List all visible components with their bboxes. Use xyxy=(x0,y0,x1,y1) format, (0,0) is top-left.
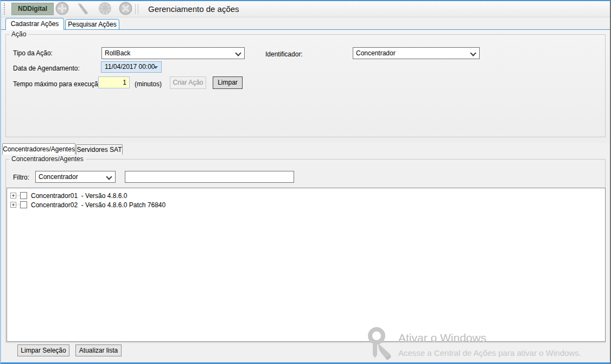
tab-strip-line xyxy=(1,29,610,30)
tempo-maximo-input[interactable] xyxy=(98,76,130,88)
expand-plus-icon[interactable] xyxy=(10,193,16,199)
tipo-acao-label: Tipo da Ação: xyxy=(13,49,53,57)
settings-button[interactable] xyxy=(97,2,113,16)
watermark-subtitle: Acesse a Central de Ações para ativar o … xyxy=(398,348,581,357)
criar-acao-button[interactable]: Criar Ação xyxy=(170,76,206,89)
filtro-value: Concentrador xyxy=(39,173,78,181)
chevron-down-icon xyxy=(235,50,241,56)
tab-servidores-sat[interactable]: Servidores SAT xyxy=(76,144,123,155)
tab-cadastrar-acoes[interactable]: Cadastrar Ações xyxy=(5,18,64,30)
tab-concentradores-agentes[interactable]: Concentradores/Agentes xyxy=(2,143,75,155)
close-button[interactable] xyxy=(117,2,133,16)
plus-circle-icon xyxy=(55,2,69,17)
identificador-value: Concentrador xyxy=(356,49,396,57)
limpar-selecao-button[interactable]: Limpar Seleção xyxy=(17,344,69,356)
concentradores-tree[interactable]: Concentrador01 - Versão 4.8.6.0 Concentr… xyxy=(7,188,606,342)
tree-row[interactable]: Concentrador02 - Versão 4.8.6.0 Patch 76… xyxy=(7,200,605,209)
page-title: Gerenciamento de ações xyxy=(148,1,239,17)
tipo-acao-combobox[interactable]: RollBack xyxy=(101,47,245,59)
tree-item-label: Concentrador01 - Versão 4.8.6.0 xyxy=(31,192,127,200)
minutos-label: (minutos) xyxy=(135,80,162,88)
toolbar-separator xyxy=(135,4,138,14)
concentradores-legend: Concentradores/Agentes xyxy=(9,155,86,163)
filtro-combobox[interactable]: Concentrador xyxy=(35,171,116,183)
tree-connector xyxy=(16,195,20,196)
add-button[interactable] xyxy=(54,2,70,16)
chevron-down-icon xyxy=(470,50,476,56)
nddigital-button[interactable]: NDDigital xyxy=(11,3,54,15)
pencil-icon xyxy=(75,2,90,17)
edit-button[interactable] xyxy=(74,2,91,16)
tree-checkbox[interactable] xyxy=(20,201,27,208)
identificador-label: Identificador: xyxy=(265,50,303,58)
filtro-label: Filtro: xyxy=(13,174,29,181)
tree-row[interactable]: Concentrador01 - Versão 4.8.6.0 xyxy=(7,191,605,200)
tree-item-label: Concentrador02 - Versão 4.8.6.0 Patch 76… xyxy=(31,201,166,209)
identificador-combobox[interactable]: Concentrador xyxy=(353,47,480,59)
chevron-down-icon xyxy=(106,174,112,180)
tab-pesquisar-acoes[interactable]: Pesquisar Ações xyxy=(65,19,119,30)
app-window: NDDigital xyxy=(0,0,611,364)
data-agendamento-datepicker[interactable]: 11/04/2017 00:00 xyxy=(101,61,162,73)
tree-checkbox[interactable] xyxy=(20,192,27,199)
x-circle-icon xyxy=(119,2,132,17)
atualizar-lista-button[interactable]: Atualizar lista xyxy=(75,344,122,356)
limpar-button[interactable]: Limpar xyxy=(213,76,243,89)
tipo-acao-value: RollBack xyxy=(105,49,130,57)
toolbar: NDDigital xyxy=(1,1,610,17)
filtro-text-input[interactable] xyxy=(125,171,294,183)
expand-plus-icon[interactable] xyxy=(10,202,16,208)
tree-connector xyxy=(16,205,20,205)
globe-icon xyxy=(98,2,112,17)
toolbar-grip[interactable] xyxy=(4,3,5,15)
data-agendamento-value: 11/04/2017 00:00 xyxy=(105,63,155,71)
data-agendamento-label: Data de Agendamento: xyxy=(13,65,80,72)
acao-legend: Ação xyxy=(9,30,28,38)
tempo-maximo-label: Tempo máximo para execução: xyxy=(13,80,104,88)
dropdown-arrow-icon xyxy=(154,66,158,69)
